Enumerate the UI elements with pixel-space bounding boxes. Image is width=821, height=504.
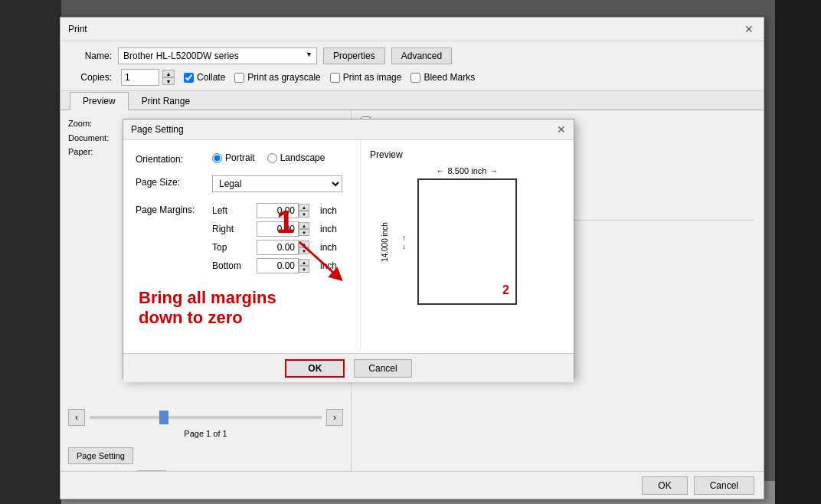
landscape-radio-label[interactable]: Landscape: [267, 152, 325, 163]
print-ok-button[interactable]: OK: [642, 476, 687, 495]
grayscale-label: Print as grayscale: [247, 72, 320, 83]
ps-right: Preview ← 8.500 inch → 14.000 inch ↑ ↓: [361, 140, 574, 353]
copies-up[interactable]: ▲: [162, 70, 175, 77]
bleed-marks-label: Bleed Marks: [424, 72, 475, 83]
grayscale-checkbox[interactable]: [234, 73, 244, 83]
ps-footer: OK Cancel: [123, 353, 574, 382]
document-label: Document:: [68, 131, 118, 146]
page-label: Page 1 of 1: [68, 429, 343, 438]
ps-width-label: ← 8.500 inch →: [437, 166, 499, 175]
svg-line-1: [299, 242, 338, 277]
tab-bar: Preview Print Range: [61, 91, 764, 110]
page-size-select[interactable]: Legal: [212, 175, 342, 192]
print-dialog-footer: OK Cancel: [61, 471, 764, 499]
print-header: Name: Properties Advanced Copies: ▲ ▼ Co…: [61, 41, 764, 91]
page-slider[interactable]: [90, 416, 322, 419]
margin-left-label: Left: [212, 205, 250, 216]
annotation-text: Bring all margins down to zero: [139, 288, 276, 329]
margin-top-label: Top: [212, 242, 250, 253]
margin-left-up[interactable]: ▲: [299, 204, 309, 211]
properties-button[interactable]: Properties: [323, 47, 385, 64]
margin-right-down[interactable]: ▼: [299, 229, 309, 236]
print-as-image-label: Print as image: [343, 72, 402, 83]
margin-right-spinner: ▲ ▼: [299, 222, 309, 236]
margin-bottom-label: Bottom: [212, 260, 250, 271]
copies-row: Copies: ▲ ▼ Collate Print as grayscale P…: [70, 69, 754, 86]
grayscale-checkbox-label[interactable]: Print as grayscale: [234, 72, 320, 83]
paper-wrapper: 14.000 inch ↑ ↓ 2: [417, 178, 517, 305]
ps-preview-area: ← 8.500 inch → 14.000 inch ↑ ↓ 2: [370, 166, 564, 305]
advanced-button[interactable]: Advanced: [391, 47, 452, 64]
bleed-marks-checkbox-label[interactable]: Bleed Marks: [410, 72, 475, 83]
paper-label: Paper:: [68, 145, 118, 159]
landscape-label: Landscape: [280, 152, 325, 163]
margins-label: Page Margins:: [136, 203, 212, 215]
tab-preview[interactable]: Preview: [70, 92, 129, 110]
ps-height-label: 14.000 inch: [381, 222, 389, 262]
radio-group: Portrait Landscape: [212, 152, 348, 163]
ps-ok-button[interactable]: OK: [285, 359, 345, 378]
margin-right-up[interactable]: ▲: [299, 222, 309, 229]
orientation-label: Orientation:: [136, 152, 212, 165]
collate-checkbox[interactable]: [184, 73, 194, 83]
height-arrows: ↑ ↓: [402, 234, 406, 250]
width-label-text: 8.500 inch: [448, 166, 487, 175]
page-nav: ‹ ›: [68, 406, 343, 429]
print-dialog-titlebar: Print ✕: [61, 18, 764, 41]
prev-page-button[interactable]: ‹: [68, 409, 85, 426]
print-as-image-checkbox[interactable]: [330, 73, 340, 83]
ps-title: Page Setting: [131, 124, 184, 135]
margin-left-unit: inch: [320, 205, 337, 216]
orientation-radios: Portrait Landscape: [212, 152, 348, 163]
portrait-radio-label[interactable]: Portrait: [212, 152, 255, 163]
page-setting-button[interactable]: Page Setting: [68, 447, 133, 464]
margin-left-down[interactable]: ▼: [299, 211, 309, 218]
ps-paper: 2: [417, 178, 517, 305]
ps-paper-container: 14.000 inch ↑ ↓ 2: [417, 178, 517, 305]
margin-right-label: Right: [212, 224, 250, 234]
printer-row: Name: Properties Advanced: [70, 47, 754, 64]
page-indicator: [159, 411, 168, 424]
bg-right: [775, 0, 821, 504]
copies-input-wrapper: ▲ ▼: [121, 69, 175, 86]
ps-close-button[interactable]: ✕: [557, 123, 566, 136]
ps-cancel-button[interactable]: Cancel: [354, 359, 411, 378]
page-setting-btn-wrapper: Page Setting: [68, 444, 343, 464]
print-dialog-title: Print: [68, 24, 87, 34]
annotation-text-line1: Bring all margins: [139, 288, 276, 307]
zoom-label: Zoom:: [68, 116, 118, 131]
annotation-arrow: [292, 238, 353, 284]
collate-checkbox-label[interactable]: Collate: [184, 72, 225, 83]
tab-print-range[interactable]: Print Range: [129, 92, 203, 110]
margin-left-spinner: ▲ ▼: [299, 204, 309, 218]
portrait-radio[interactable]: [212, 153, 222, 163]
collate-label: Collate: [197, 72, 225, 83]
next-page-button[interactable]: ›: [326, 409, 343, 426]
copies-label: Copies:: [70, 72, 112, 83]
page-size-row: Page Size: Legal: [136, 175, 348, 192]
name-label: Name:: [70, 51, 112, 61]
ps-preview-label: Preview: [370, 149, 564, 160]
copies-spinner: ▲ ▼: [162, 70, 175, 85]
bleed-marks-checkbox[interactable]: [410, 73, 420, 83]
portrait-label: Portrait: [225, 152, 255, 163]
orientation-row: Orientation: Portrait Landscape: [136, 152, 348, 165]
page-size-content: Legal: [212, 175, 348, 192]
copies-down[interactable]: ▼: [162, 77, 175, 85]
annotation-2: 2: [502, 283, 509, 297]
landscape-radio[interactable]: [267, 153, 277, 163]
annotation-1: 1: [276, 204, 294, 241]
page-size-label: Page Size:: [136, 175, 212, 188]
print-cancel-button[interactable]: Cancel: [694, 476, 754, 495]
bg-left: [0, 0, 61, 504]
copies-input[interactable]: [121, 69, 159, 86]
ps-titlebar: Page Setting ✕: [123, 119, 574, 140]
printer-select-wrapper: [118, 47, 317, 64]
print-dialog-close[interactable]: ✕: [742, 22, 756, 36]
print-as-image-checkbox-label[interactable]: Print as image: [330, 72, 402, 83]
annotation-text-line2: down to zero: [139, 308, 243, 327]
page-setting-dialog: Page Setting ✕ Orientation: Portrait Lan: [123, 119, 574, 379]
printer-select[interactable]: [118, 47, 317, 64]
margin-right-unit: inch: [320, 224, 337, 234]
